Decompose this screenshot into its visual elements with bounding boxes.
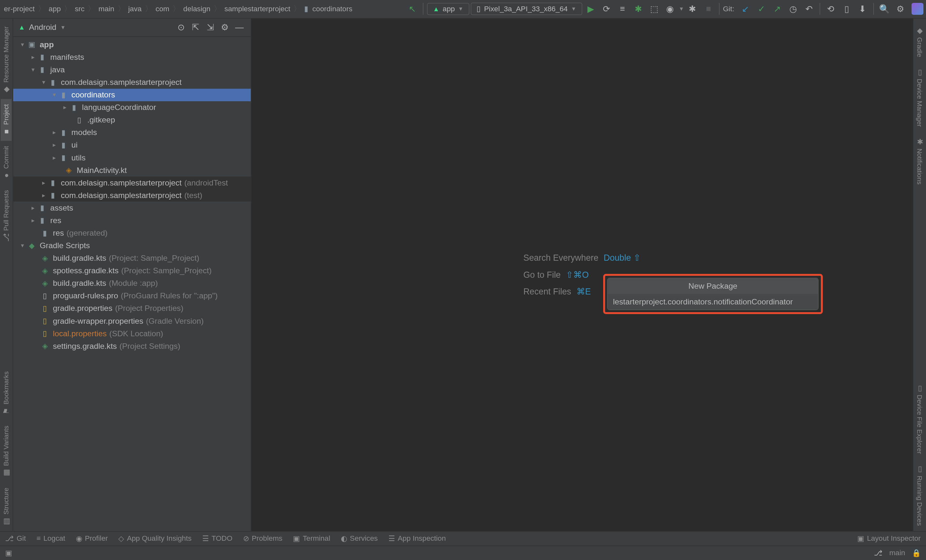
bottom-tab-todo[interactable]: ☰TODO	[202, 534, 233, 543]
bottom-tab-git[interactable]: ⎇Git	[5, 534, 26, 543]
package-name-input[interactable]	[608, 294, 818, 310]
bottom-tab-app-quality[interactable]: ◇App Quality Insights	[118, 534, 191, 543]
bottom-tab-services[interactable]: ◐Services	[341, 534, 378, 543]
tree-item-models[interactable]: ▸▮ models	[13, 126, 251, 139]
git-push-icon[interactable]: ↗	[770, 2, 785, 16]
bottom-tab-terminal[interactable]: ▣Terminal	[293, 534, 330, 543]
sidebar-tab-running-devices[interactable]: ▯Running Devices	[914, 459, 925, 531]
profile-icon[interactable]: ◉	[663, 2, 678, 16]
tree-item-app[interactable]: ▾▣ app	[13, 38, 251, 51]
breadcrumb-item[interactable]: samplestarterproject	[223, 5, 292, 13]
tree-item-java[interactable]: ▾▮ java	[13, 64, 251, 76]
collapse-icon[interactable]: ⇲	[204, 21, 216, 33]
tree-item-gitkeep[interactable]: ▯ .gitkeep	[13, 114, 251, 126]
sidebar-tab-device-manager[interactable]: ▯Device Manager	[914, 63, 925, 132]
coverage-icon[interactable]: ⬚	[647, 2, 661, 16]
breadcrumb-item[interactable]: com	[154, 5, 171, 13]
tool-windows-icon[interactable]: ▣	[5, 549, 12, 557]
sidebar-tab-project[interactable]: ■Project	[1, 99, 12, 141]
tree-item-utils[interactable]: ▸▮ utils	[13, 151, 251, 164]
tree-item-local-properties[interactable]: ▯ local.properties (SDK Location)	[13, 327, 251, 340]
tree-item-ui[interactable]: ▸▮ ui	[13, 139, 251, 151]
bottom-tab-profiler[interactable]: ◉Profiler	[76, 534, 108, 543]
settings-icon[interactable]: ⚙	[219, 21, 231, 33]
file-icon: ▯	[74, 116, 85, 124]
history-icon[interactable]: ◷	[786, 2, 800, 16]
project-panel: ▲ Android ▼ ⊙ ⇱ ⇲ ⚙ — ▾▣ app ▸▮	[13, 19, 251, 531]
status-bar: ▣ ⎇ main 🔒	[0, 546, 926, 560]
sidebar-tab-device-explorer[interactable]: ▯Device File Explorer	[914, 379, 925, 459]
tree-item-res-generated[interactable]: ▮ res (generated)	[13, 227, 251, 239]
view-mode-dropdown[interactable]: ▲ Android ▼	[19, 23, 66, 32]
tree-item-language-coordinator[interactable]: ▸▮ languageCoordinator	[13, 101, 251, 114]
breadcrumb-item[interactable]: src	[74, 5, 86, 13]
revert-icon[interactable]: ↶	[802, 2, 816, 16]
apply-changes-icon[interactable]: ⟳	[599, 2, 614, 16]
tree-item-build-gradle-project[interactable]: ◈ build.gradle.kts (Project: Sample_Proj…	[13, 252, 251, 265]
tree-item-proguard[interactable]: ▯ proguard-rules.pro (ProGuard Rules for…	[13, 290, 251, 302]
git-commit-icon[interactable]: ✓	[754, 2, 769, 16]
dropdown-icon[interactable]: ▼	[679, 6, 684, 12]
breadcrumb-item[interactable]: app	[47, 5, 62, 13]
lock-icon[interactable]: 🔒	[912, 549, 921, 557]
bottom-tab-logcat[interactable]: ≡Logcat	[36, 534, 65, 543]
breadcrumb-item[interactable]: delasign	[182, 5, 212, 13]
package-icon: ▮	[58, 91, 69, 99]
avatar[interactable]	[912, 3, 923, 15]
kotlin-icon: ◈	[64, 166, 74, 174]
bottom-tab-layout-inspector[interactable]: ▣Layout Inspector	[857, 534, 920, 543]
branch-name[interactable]: main	[889, 549, 905, 557]
hide-icon[interactable]: —	[233, 21, 245, 33]
search-icon[interactable]: 🔍	[877, 2, 891, 16]
tree-item-coordinators[interactable]: ▾▮ coordinators	[13, 89, 251, 101]
phone-icon: ▯	[477, 5, 481, 13]
sidebar-tab-commit[interactable]: ●Commit	[1, 141, 12, 185]
module-selector[interactable]: ▲ app ▼	[427, 3, 469, 15]
breadcrumb-item[interactable]: main	[97, 5, 115, 13]
sidebar-tab-gradle[interactable]: ◆Gradle	[914, 21, 925, 63]
sdk-icon[interactable]: ⬇	[855, 2, 870, 16]
branch-icon[interactable]: ⎇	[874, 549, 882, 557]
attach-debugger-icon[interactable]: ✱	[685, 2, 700, 16]
breadcrumb-item[interactable]: java	[127, 5, 143, 13]
tree-item-manifests[interactable]: ▸▮ manifests	[13, 51, 251, 64]
sidebar-tab-pull-requests[interactable]: ⎇Pull Requests	[1, 185, 12, 247]
breadcrumb-item[interactable]: er-project	[3, 5, 36, 13]
tree-item-spotless[interactable]: ◈ spotless.gradle.kts (Project: Sample_P…	[13, 265, 251, 277]
package-icon: ▮	[48, 179, 58, 187]
tree-item-gradle-properties[interactable]: ▯ gradle.properties (Project Properties)	[13, 302, 251, 315]
device-selector[interactable]: ▯ Pixel_3a_API_33_x86_64 ▼	[471, 3, 582, 15]
breadcrumb-item[interactable]: coordinators	[311, 5, 354, 13]
project-tree[interactable]: ▾▣ app ▸▮ manifests ▾▮ java ▾▮ com.delas…	[13, 37, 251, 531]
tree-item-assets[interactable]: ▸▮ assets	[13, 201, 251, 214]
tree-item-package[interactable]: ▾▮ com.delasign.samplestarterproject	[13, 76, 251, 89]
shortcut: ⇧⌘O	[566, 270, 589, 280]
select-file-icon[interactable]: ⊙	[175, 21, 187, 33]
sync-icon[interactable]: ↖	[405, 2, 419, 16]
avd-icon[interactable]: ▯	[840, 2, 854, 16]
tree-item-res[interactable]: ▸▮ res	[13, 214, 251, 227]
sidebar-tab-notifications[interactable]: ✱Notifications	[914, 132, 925, 190]
bottom-tab-app-inspection[interactable]: ☰App Inspection	[389, 534, 446, 543]
sidebar-tab-build-variants[interactable]: ▦Build Variants	[1, 421, 12, 482]
apply-code-icon[interactable]: ≡	[615, 2, 629, 16]
git-update-icon[interactable]: ↙	[738, 2, 753, 16]
tree-item-settings-gradle[interactable]: ◈ settings.gradle.kts (Project Settings)	[13, 340, 251, 352]
tree-item-build-gradle-app[interactable]: ◈ build.gradle.kts (Module :app)	[13, 277, 251, 290]
expand-icon[interactable]: ⇱	[190, 21, 201, 33]
sidebar-tab-bookmarks[interactable]: ⚑Bookmarks	[1, 366, 12, 421]
tree-item-gradle-scripts[interactable]: ▾◆ Gradle Scripts	[13, 239, 251, 252]
tree-item-main-activity[interactable]: ◈ MainActivity.kt	[13, 164, 251, 177]
settings-icon[interactable]: ⚙	[893, 2, 907, 16]
bottom-tab-problems[interactable]: ⊘Problems	[243, 534, 283, 543]
run-button[interactable]: ▶	[584, 2, 598, 16]
debug-button[interactable]: ✱	[631, 2, 646, 16]
sidebar-tab-structure[interactable]: ▤Structure	[1, 483, 12, 531]
sync-project-icon[interactable]: ⟲	[823, 2, 838, 16]
dropdown-icon: ▼	[571, 6, 576, 12]
tree-item-package-androidtest[interactable]: ▸▮ com.delasign.samplestarterproject (an…	[13, 177, 251, 189]
tree-item-gradle-wrapper[interactable]: ▯ gradle-wrapper.properties (Gradle Vers…	[13, 315, 251, 327]
sidebar-tab-resource-manager[interactable]: ◆Resource Manager	[1, 21, 12, 99]
tree-item-package-test[interactable]: ▸▮ com.delasign.samplestarterproject (te…	[13, 189, 251, 201]
stop-button[interactable]: ■	[701, 2, 716, 16]
